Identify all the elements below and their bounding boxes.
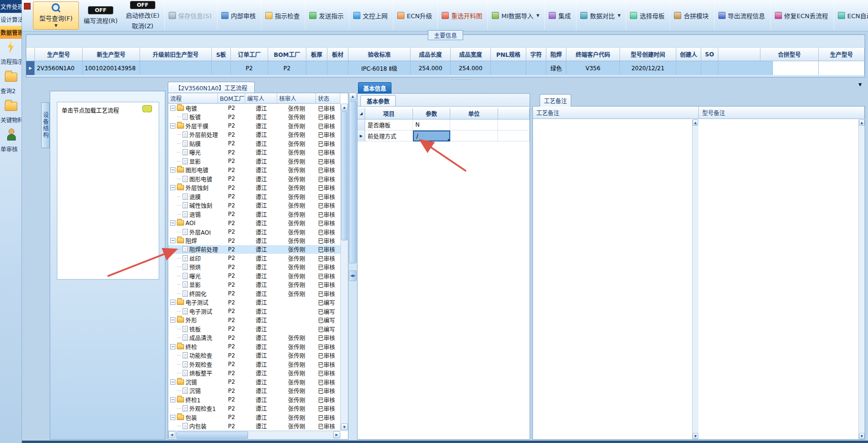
scroll-left-icon[interactable]: ◀ [168,431,175,438]
column-header[interactable]: 型号创建时间 [620,47,676,61]
tree-row[interactable]: 烘板整平P2谭江张传刚已审核 [168,369,340,378]
vertical-splitter[interactable]: ▲ ◀▶ [348,93,357,440]
tree-row[interactable]: −电子测试P2谭江已编写 [168,298,340,307]
remarks-column-header[interactable]: 型号备注 [699,107,865,119]
toolbar-button-repair-ecn-flow[interactable]: 修复ECN丢流程 [770,1,832,30]
tree-row[interactable]: 外层前处理P2谭江张传刚已审核 [168,130,340,139]
process-tree-title-tab[interactable]: 【2V3560N1A0】工艺流程 [168,82,255,93]
tree-expander-icon[interactable]: − [170,300,175,305]
column-header[interactable]: 验收标准 [348,47,411,61]
column-header[interactable]: 字符 [526,47,546,61]
tree-row[interactable]: −图形电镀P2谭江张传刚已审核 [168,165,340,174]
toolbar-button-ecn-auto-upload[interactable]: ECN自动上网 [834,1,868,30]
remarks-column-header[interactable]: 工艺备注 [533,107,699,119]
toolbar-button-export-flow-info[interactable]: 导出流程信息 [714,1,769,30]
param-row-selector[interactable] [358,119,365,130]
device-tree-box[interactable]: 单击节点加载工艺流程 [57,102,159,280]
tree-row[interactable]: −AOIP2谭江张传刚已审核 [168,218,340,227]
tree-expander-icon[interactable]: − [170,317,175,323]
tree-column-header[interactable]: 编写人 [245,93,277,104]
off-toggle[interactable]: OFF [88,6,113,14]
scroll-up-icon[interactable]: ▲ [349,93,357,100]
param-value-cell[interactable]: / [413,130,450,141]
toolbar-button-send-instruction[interactable]: 发送指示 [305,1,347,30]
grid-cell[interactable]: 254.000 [451,61,491,75]
grid-cell[interactable]: 254.000 [411,61,451,75]
toolbar-button-doc-control-upload[interactable]: 文控上网 [349,1,391,30]
scroll-up-icon[interactable]: ▲ [693,119,698,126]
param-unit-cell[interactable] [450,119,498,130]
scroll-up-icon[interactable]: ▲ [341,104,348,111]
param-item-cell[interactable]: 前处理方式 [365,130,413,141]
tree-expander-icon[interactable]: − [170,415,175,420]
tree-row[interactable]: 阻焊前处理P2谭江张传刚已审核 [168,245,340,254]
param-row[interactable]: ▶前处理方式/ [358,130,530,141]
grid-cell[interactable]: IPC-6018 Ⅱ级 [348,61,411,75]
off-toggle[interactable]: OFF [130,1,155,9]
toolbar-button-instruction-check[interactable]: 指示检查 [261,1,304,30]
tree-row[interactable]: 显影P2谭江张传刚已审核 [168,157,340,165]
tree-expander-icon[interactable]: − [170,106,175,111]
tree-row[interactable]: 板镀P2谭江张传刚已审核 [168,112,340,121]
toolbar-button-reselect-cutting[interactable]: 重选开料图 [437,1,486,30]
column-header[interactable]: 生产型号 [819,47,865,61]
tree-row[interactable]: −外层蚀刻P2谭江张传刚已审核 [168,183,340,192]
splitter-collapse-icon[interactable]: ◀▶ [349,270,357,281]
param-column-header[interactable]: 参数 [413,108,450,119]
tree-row[interactable]: 显影P2谭江张传刚已审核 [168,281,340,289]
grid-cell[interactable]: 2020/12/21 [620,61,676,75]
column-header[interactable]: 生产型号 [35,47,83,61]
tree-row[interactable]: −外形P2谭江已编写 [168,316,340,324]
toolbar-button-ecn-upgrade[interactable]: ECN升级 [393,1,436,30]
tree-row[interactable]: 贴膜P2谭江张传刚已审核 [168,139,340,148]
tree-row[interactable]: 成品清洗P2谭江张传刚已审核 [168,334,340,342]
dropdown-arrow-icon[interactable]: ▼ [54,23,57,28]
tree-row[interactable]: −终检1P2谭江张传刚已审核 [168,395,340,404]
dropdown-arrow-icon[interactable]: ▼ [536,13,539,18]
scrollbar-thumb[interactable] [349,101,357,263]
tree-column-header[interactable]: 核审人 [277,93,316,104]
tree-row[interactable]: 外观检查P2谭江张传刚已审核 [168,360,340,368]
column-header[interactable]: 板厚 [306,47,327,61]
grid-cell[interactable] [526,61,546,75]
tree-expander-icon[interactable]: − [170,167,175,173]
scroll-up-icon[interactable]: ▲ [859,119,865,126]
grid-cell[interactable]: V356 [566,61,620,75]
scrollbar-thumb[interactable] [341,111,347,240]
tree-row[interactable]: 碱性蚀刻P2谭江张传刚已审核 [168,201,340,209]
scroll-down-icon[interactable]: ▼ [341,423,348,431]
tree-row[interactable]: −阻焊P2谭江张传刚已审核 [168,236,340,245]
remarks-scrollbar-2[interactable]: ▲ ▼ [858,119,865,439]
column-header[interactable]: BOM工厂 [268,47,306,61]
main-info-data-row[interactable]: ▶2V3560N1A010010200143958P2P2IPC-6018 Ⅱ级… [26,61,865,75]
tree-expander-icon[interactable]: − [170,344,175,349]
tree-vertical-scrollbar[interactable]: ▲ ▼ [340,104,348,431]
tree-row[interactable]: −电镀P2谭江张传刚已审核 [168,104,340,112]
column-header[interactable]: 成品长度 [411,47,451,61]
param-unit-cell[interactable] [450,130,498,141]
toolbar-button[interactable]: 编写流程(R) [84,16,118,25]
tree-row[interactable]: 沉锡P2谭江张传刚已审核 [168,387,340,395]
tree-row[interactable]: 退锡P2谭江张传刚已审核 [168,210,340,218]
param-value-cell[interactable]: N [413,119,450,130]
tree-row[interactable]: 外层AOIP2谭江张传刚已审核 [168,227,340,236]
tree-row[interactable]: −包装P2谭江张传刚已审核 [168,413,340,421]
tree-row[interactable]: 曝光P2谭江张传刚已审核 [168,148,340,156]
toolbar-button-integrate[interactable]: 集成 [544,1,575,30]
tree-row[interactable]: −沉锡P2谭江张传刚已审核 [168,378,340,386]
param-row[interactable]: 是否磨板N [358,119,530,130]
grid-cell[interactable] [327,61,348,75]
toolbar-button-merge-module[interactable]: 合拼模块 [670,1,712,30]
column-header[interactable]: 升级前旧生产型号 [140,47,212,61]
toolbar-button-mi-data-import[interactable]: MI数据导入▼ [488,1,543,30]
toolbar-button-internal-audit[interactable]: 内部审核 [217,1,260,30]
grid-cell[interactable]: 绿色 [546,61,566,75]
tab-basic-params[interactable]: 基本参数 [360,95,396,106]
sidebar-item-query2[interactable]: 查询2 [0,84,22,97]
column-header[interactable]: SO [701,47,718,61]
grid-cell[interactable] [701,61,718,75]
column-header[interactable]: S板 [212,47,231,61]
grid-cell[interactable] [140,61,212,75]
scroll-down-icon[interactable]: ▼ [693,433,698,439]
grid-cell[interactable]: P2 [268,61,306,75]
